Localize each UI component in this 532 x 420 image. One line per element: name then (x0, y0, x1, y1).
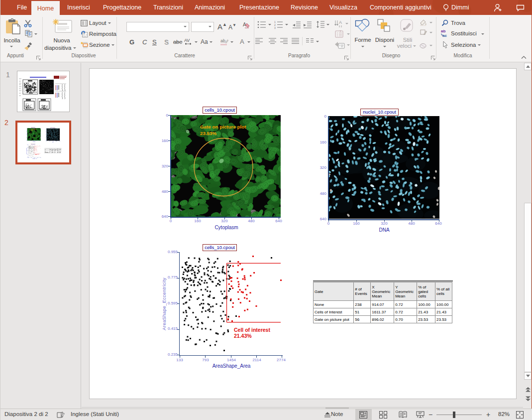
svg-text:23.53%: 23.53% (200, 131, 217, 136)
svg-text:AV: AV (184, 38, 190, 43)
svg-text:ab: ab (220, 38, 225, 43)
svg-text:Gate on picture plot: Gate on picture plot (200, 124, 246, 130)
